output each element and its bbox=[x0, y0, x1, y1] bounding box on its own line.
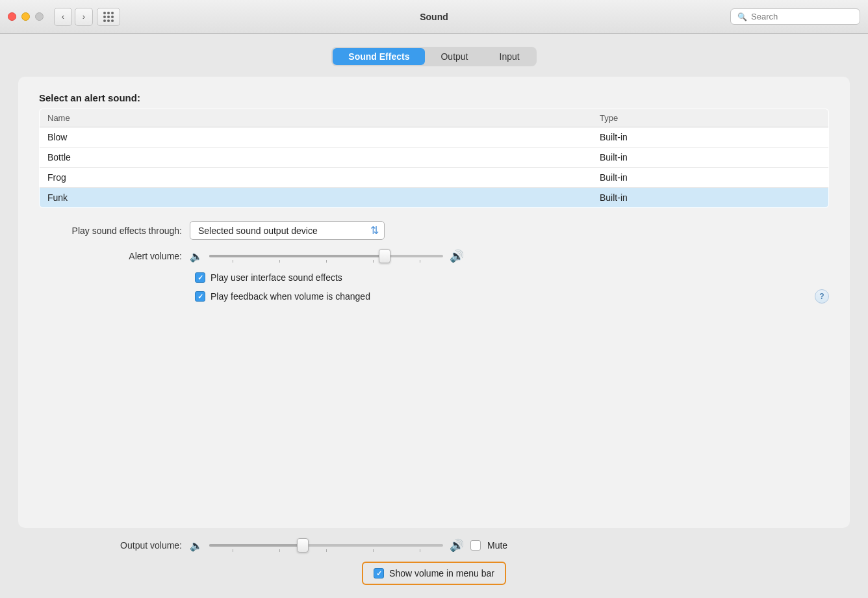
sound-type: Built-in bbox=[592, 148, 829, 168]
output-volume-high-icon: 🔊 bbox=[450, 538, 464, 552]
sound-name: Bottle bbox=[40, 148, 593, 168]
table-row[interactable]: Blow Built-in bbox=[40, 127, 829, 148]
tab-sound-effects[interactable]: Sound Effects bbox=[333, 48, 425, 65]
dropdown-selected-value: Selected sound output device bbox=[198, 226, 365, 236]
play-feedback-row: ✓ Play feedback when volume is changed bbox=[195, 291, 370, 302]
play-ui-sounds-label: Play user interface sound effects bbox=[211, 272, 342, 283]
output-volume-label: Output volume: bbox=[39, 540, 182, 551]
output-volume-low-icon: 🔈 bbox=[190, 540, 203, 552]
mute-checkbox[interactable] bbox=[470, 540, 481, 551]
sound-name: Blow bbox=[40, 127, 593, 148]
sound-type: Built-in bbox=[592, 127, 829, 148]
checkmark-icon: ✓ bbox=[198, 292, 203, 301]
play-through-dropdown[interactable]: Selected sound output device ⇅ bbox=[190, 221, 385, 240]
volume-low-icon: 🔈 bbox=[190, 250, 203, 263]
alert-volume-slider-container: 🔈 🔊 bbox=[190, 249, 464, 263]
tab-output[interactable]: Output bbox=[425, 48, 483, 65]
minimize-button[interactable] bbox=[21, 12, 30, 21]
settings-panel: Select an alert sound: Name Type Blow Bu… bbox=[18, 77, 850, 528]
checkmark-icon: ✓ bbox=[198, 274, 203, 282]
main-content: Sound Effects Output Input Select an ale… bbox=[0, 34, 868, 598]
tab-input[interactable]: Input bbox=[484, 48, 535, 65]
forward-button[interactable]: › bbox=[75, 8, 93, 26]
output-slider-ticks bbox=[209, 549, 443, 552]
titlebar: ‹ › Sound 🔍 bbox=[0, 0, 868, 34]
alert-volume-track[interactable] bbox=[209, 255, 443, 257]
play-feedback-label: Play feedback when volume is changed bbox=[211, 291, 370, 302]
play-ui-sounds-row: ✓ Play user interface sound effects bbox=[195, 272, 829, 283]
slider-ticks bbox=[209, 260, 443, 263]
alert-sound-section: Select an alert sound: Name Type Blow Bu… bbox=[39, 92, 829, 208]
sound-type: Built-in bbox=[592, 168, 829, 188]
section-title: Select an alert sound: bbox=[39, 92, 829, 103]
window-title: Sound bbox=[420, 12, 448, 22]
back-button[interactable]: ‹ bbox=[54, 8, 72, 26]
play-through-label: Play sound effects through: bbox=[39, 226, 182, 236]
col-header-name: Name bbox=[40, 109, 593, 127]
grid-view-button[interactable] bbox=[97, 8, 120, 26]
show-volume-label: Show volume in menu bar bbox=[389, 568, 494, 578]
mute-label: Mute bbox=[487, 540, 507, 551]
dropdown-arrow-icon: ⇅ bbox=[370, 224, 379, 237]
sound-name: Funk bbox=[40, 188, 593, 208]
table-row[interactable]: Frog Built-in bbox=[40, 168, 829, 188]
alert-volume-row: Alert volume: 🔈 🔊 bbox=[39, 249, 829, 263]
col-header-type: Type bbox=[592, 109, 829, 127]
window-controls bbox=[8, 12, 44, 21]
table-row[interactable]: Funk Built-in bbox=[40, 188, 829, 208]
play-ui-sounds-checkbox[interactable]: ✓ bbox=[195, 272, 205, 283]
nav-buttons: ‹ › bbox=[54, 8, 93, 26]
output-volume-track[interactable] bbox=[209, 544, 443, 547]
output-volume-row: Output volume: 🔈 🔊 Mute bbox=[39, 538, 829, 552]
close-button[interactable] bbox=[8, 12, 16, 21]
play-through-row: Play sound effects through: Selected sou… bbox=[39, 221, 829, 240]
sound-name: Frog bbox=[40, 168, 593, 188]
tabs-container: Sound Effects Output Input bbox=[18, 47, 850, 66]
sound-type: Built-in bbox=[592, 188, 829, 208]
grid-dots-icon bbox=[103, 12, 114, 22]
tabs: Sound Effects Output Input bbox=[331, 47, 536, 66]
controls-section: Play sound effects through: Selected sou… bbox=[39, 221, 829, 304]
output-volume-slider-container: 🔈 🔊 Mute bbox=[190, 538, 507, 552]
show-volume-option[interactable]: ✓ Show volume in menu bar bbox=[362, 562, 506, 585]
table-row[interactable]: Bottle Built-in bbox=[40, 148, 829, 168]
bottom-section: Output volume: 🔈 🔊 Mute bbox=[18, 528, 850, 585]
play-feedback-checkbox[interactable]: ✓ bbox=[195, 291, 205, 302]
show-volume-checkbox[interactable]: ✓ bbox=[374, 568, 384, 578]
search-icon: 🔍 bbox=[737, 12, 747, 21]
volume-high-icon: 🔊 bbox=[450, 249, 464, 263]
show-volume-row: ✓ Show volume in menu bar bbox=[39, 562, 829, 585]
search-input[interactable] bbox=[751, 12, 853, 21]
checkmark-icon: ✓ bbox=[376, 569, 382, 578]
help-button[interactable]: ? bbox=[815, 289, 829, 304]
alert-volume-label: Alert volume: bbox=[39, 251, 182, 261]
search-bar[interactable]: 🔍 bbox=[730, 8, 860, 25]
maximize-button[interactable] bbox=[35, 12, 44, 21]
sound-table: Name Type Blow Built-in Bottle Built-in … bbox=[39, 109, 829, 208]
